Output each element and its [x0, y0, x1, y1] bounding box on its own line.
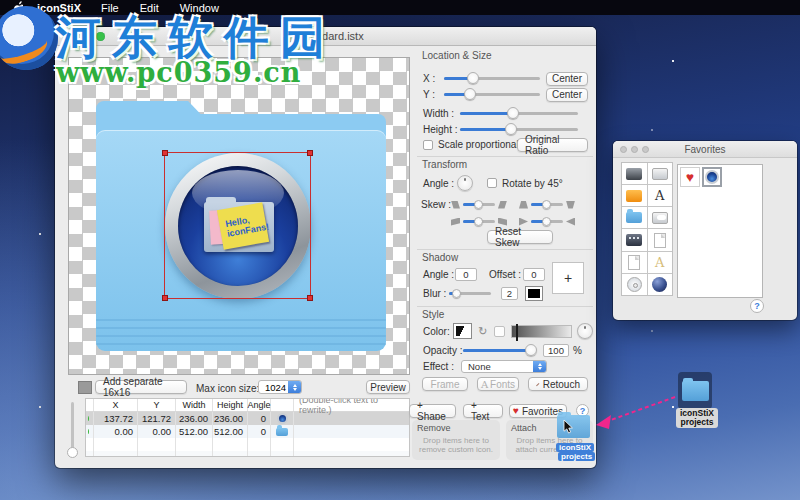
- skew-slider-4-thumb[interactable]: [542, 217, 551, 226]
- gradient-slider[interactable]: [511, 325, 572, 338]
- reset-skew-button[interactable]: Reset Skew: [487, 230, 553, 244]
- add-separate-button[interactable]: Add separate 16x16: [95, 380, 187, 394]
- menu-item-file[interactable]: File: [101, 2, 119, 14]
- width-slider-thumb[interactable]: [507, 107, 519, 119]
- skew-slider-4[interactable]: [531, 220, 563, 223]
- skew-slider-2-thumb[interactable]: [542, 200, 551, 209]
- grid-item[interactable]: [648, 274, 673, 295]
- grid-item[interactable]: A: [648, 185, 673, 206]
- height-slider[interactable]: [460, 128, 578, 131]
- blur-slider-thumb[interactable]: [452, 289, 461, 298]
- refresh-icon[interactable]: ↻: [478, 325, 487, 338]
- grid-item[interactable]: A: [648, 252, 673, 273]
- palette-close-button[interactable]: [620, 146, 627, 153]
- max-icon-size-stepper[interactable]: 1024: [258, 380, 302, 394]
- cell-height[interactable]: 512.00: [213, 425, 248, 438]
- table-row[interactable]: 0.00 0.00 512.00 512.00 0: [86, 425, 409, 438]
- canvas-zoom-slider[interactable]: [71, 402, 74, 454]
- zoom-button[interactable]: [96, 32, 105, 41]
- header-angle[interactable]: Angle: [248, 399, 271, 411]
- cell-angle[interactable]: 0: [248, 412, 271, 425]
- header-y[interactable]: Y: [138, 399, 176, 411]
- table-row[interactable]: 137.72 121.72 236.00 236.00 0: [86, 412, 409, 425]
- frame-button[interactable]: Frame: [422, 377, 468, 391]
- header-height[interactable]: Height: [213, 399, 248, 411]
- selection-handle-topright[interactable]: [307, 150, 313, 156]
- shadow-color-swatch[interactable]: [526, 287, 542, 300]
- visible-dot-icon[interactable]: [88, 416, 89, 421]
- rotate45-checkbox[interactable]: [487, 178, 497, 188]
- add-text-button[interactable]: + Text: [463, 404, 503, 418]
- skew-slider-1[interactable]: [463, 203, 495, 206]
- favorite-item-badge[interactable]: [702, 167, 722, 187]
- skew-slider-1-thumb[interactable]: [474, 200, 483, 209]
- scale-proportionally-checkbox[interactable]: [423, 140, 433, 150]
- grid-item[interactable]: [622, 163, 647, 184]
- skew-slider-3-thumb[interactable]: [474, 217, 483, 226]
- cell-height[interactable]: 236.00: [213, 412, 248, 425]
- grid-item[interactable]: [648, 163, 673, 184]
- favorites-list[interactable]: ♥: [677, 164, 763, 298]
- editor-canvas[interactable]: Hello, iconFans!: [68, 57, 410, 375]
- apple-menu-icon[interactable]: [12, 1, 23, 14]
- background-color-well[interactable]: [78, 381, 92, 394]
- selection-rect[interactable]: [164, 152, 311, 299]
- grid-item[interactable]: [648, 207, 673, 228]
- grid-item[interactable]: [622, 252, 647, 273]
- color-swatch-icon[interactable]: [454, 324, 471, 338]
- opacity-slider[interactable]: [463, 349, 535, 352]
- header-x[interactable]: X: [94, 399, 138, 411]
- drag-ghost[interactable]: [557, 415, 590, 438]
- add-shape-button[interactable]: + Shape: [409, 404, 456, 418]
- cell-width[interactable]: 512.00: [176, 425, 213, 438]
- x-slider-thumb[interactable]: [467, 72, 479, 84]
- palette-minimize-button[interactable]: [631, 146, 638, 153]
- height-slider-thumb[interactable]: [505, 123, 517, 135]
- color-well[interactable]: [494, 326, 505, 337]
- menu-app-name[interactable]: iconStiX: [37, 2, 81, 14]
- shadow-offset-field[interactable]: 0: [523, 268, 545, 281]
- grid-item[interactable]: [648, 229, 673, 250]
- opacity-slider-thumb[interactable]: [525, 344, 537, 356]
- favorite-item-heart[interactable]: ♥: [680, 167, 700, 187]
- header-width[interactable]: Width: [176, 399, 213, 411]
- desktop-icon-iconstix-projects[interactable]: [678, 372, 712, 409]
- width-slider[interactable]: [460, 112, 578, 115]
- document-proxy-icon[interactable]: [287, 31, 296, 42]
- minimize-button[interactable]: [82, 32, 91, 41]
- menu-item-edit[interactable]: Edit: [140, 2, 159, 14]
- shadow-preset-well[interactable]: +: [552, 262, 584, 294]
- selection-handle-bottomleft[interactable]: [162, 295, 168, 301]
- desktop-icon-label[interactable]: iconStiX projects: [676, 408, 718, 428]
- palette-help-button[interactable]: ?: [750, 299, 764, 313]
- menu-item-window[interactable]: Window: [180, 2, 219, 14]
- cell-width[interactable]: 236.00: [176, 412, 213, 425]
- angle-dial[interactable]: [457, 175, 473, 191]
- selection-handle-bottomright[interactable]: [307, 295, 313, 301]
- cell-y[interactable]: 121.72: [138, 412, 176, 425]
- effect-dropdown[interactable]: None: [461, 360, 547, 373]
- retouch-button[interactable]: Retouch: [528, 377, 588, 391]
- grid-item[interactable]: [622, 229, 647, 250]
- cell-y[interactable]: 0.00: [138, 425, 176, 438]
- cell-x[interactable]: 0.00: [94, 425, 138, 438]
- fonts-button[interactable]: A Fonts: [477, 377, 519, 391]
- shadow-angle-field[interactable]: 0: [455, 268, 477, 281]
- layers-table[interactable]: X Y Width Height Angle (Double-click tex…: [85, 398, 410, 457]
- preview-button[interactable]: Preview: [366, 380, 410, 394]
- grid-item[interactable]: [622, 185, 647, 206]
- grid-item[interactable]: [622, 274, 647, 295]
- center-x-button[interactable]: Center: [546, 72, 588, 86]
- color-dial[interactable]: [577, 323, 593, 339]
- selection-handle-topleft[interactable]: [162, 150, 168, 156]
- blur-slider[interactable]: [449, 292, 491, 295]
- y-slider[interactable]: [444, 93, 540, 96]
- blur-field[interactable]: 2: [501, 287, 518, 300]
- visible-dot-icon[interactable]: [88, 429, 89, 434]
- window-titlebar[interactable]: standard.istx: [55, 27, 596, 46]
- remove-dropzone[interactable]: Remove Drop items here to remove custom …: [412, 420, 500, 460]
- opacity-field[interactable]: 100: [543, 344, 569, 357]
- cell-x[interactable]: 137.72: [94, 412, 138, 425]
- close-button[interactable]: [68, 32, 77, 41]
- original-ratio-button[interactable]: Original Ratio: [517, 138, 588, 152]
